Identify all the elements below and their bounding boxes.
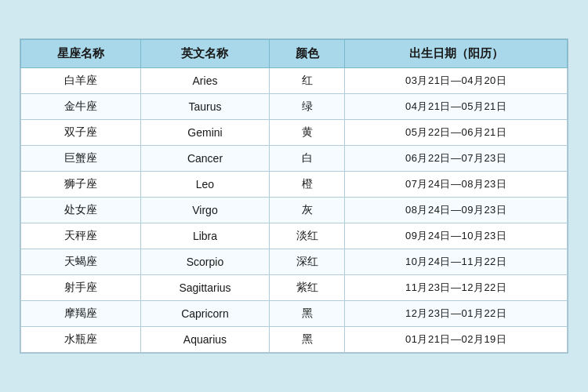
table-row: 金牛座Taurus绿04月21日—05月21日: [21, 94, 568, 120]
cell-color: 红: [270, 68, 345, 94]
table-row: 狮子座Leo橙07月24日—08月23日: [21, 172, 568, 198]
table-row: 处女座Virgo灰08月24日—09月23日: [21, 198, 568, 223]
cell-dates: 03月21日—04月20日: [345, 68, 568, 94]
cell-dates: 11月23日—12月22日: [345, 275, 568, 301]
cell-chinese-name: 射手座: [21, 275, 141, 301]
cell-color: 黄: [270, 120, 345, 146]
cell-dates: 06月22日—07月23日: [345, 146, 568, 172]
cell-dates: 01月21日—02月19日: [345, 327, 568, 353]
cell-english-name: Aquarius: [140, 327, 269, 353]
cell-chinese-name: 巨蟹座: [21, 146, 141, 172]
cell-color: 紫红: [270, 275, 345, 301]
table-row: 天秤座Libra淡红09月24日—10月23日: [21, 223, 568, 249]
cell-chinese-name: 水瓶座: [21, 327, 141, 353]
cell-dates: 08月24日—09月23日: [345, 198, 568, 223]
cell-chinese-name: 天蝎座: [21, 249, 141, 275]
zodiac-table: 星座名称 英文名称 颜色 出生日期（阳历） 白羊座Aries红03月21日—04…: [20, 39, 568, 353]
table-row: 双子座Gemini黄05月22日—06月21日: [21, 120, 568, 146]
cell-dates: 10月24日—11月22日: [345, 249, 568, 275]
cell-dates: 05月22日—06月21日: [345, 120, 568, 146]
cell-english-name: Capricorn: [140, 301, 269, 327]
cell-chinese-name: 处女座: [21, 198, 141, 223]
cell-chinese-name: 金牛座: [21, 94, 141, 120]
cell-english-name: Virgo: [140, 198, 269, 223]
cell-color: 白: [270, 146, 345, 172]
header-english-name: 英文名称: [140, 40, 269, 68]
table-row: 摩羯座Capricorn黑12月23日—01月22日: [21, 301, 568, 327]
cell-english-name: Scorpio: [140, 249, 269, 275]
cell-dates: 04月21日—05月21日: [345, 94, 568, 120]
cell-color: 绿: [270, 94, 345, 120]
header-color: 颜色: [270, 40, 345, 68]
cell-chinese-name: 狮子座: [21, 172, 141, 198]
cell-english-name: Libra: [140, 223, 269, 249]
cell-color: 黑: [270, 327, 345, 353]
cell-color: 灰: [270, 198, 345, 223]
cell-dates: 09月24日—10月23日: [345, 223, 568, 249]
cell-english-name: Taurus: [140, 94, 269, 120]
table-row: 水瓶座Aquarius黑01月21日—02月19日: [21, 327, 568, 353]
cell-english-name: Sagittarius: [140, 275, 269, 301]
cell-color: 淡红: [270, 223, 345, 249]
cell-english-name: Aries: [140, 68, 269, 94]
table-row: 白羊座Aries红03月21日—04月20日: [21, 68, 568, 94]
cell-dates: 07月24日—08月23日: [345, 172, 568, 198]
cell-chinese-name: 天秤座: [21, 223, 141, 249]
cell-english-name: Leo: [140, 172, 269, 198]
header-birthdate: 出生日期（阳历）: [345, 40, 568, 68]
cell-color: 黑: [270, 301, 345, 327]
table-row: 天蝎座Scorpio深红10月24日—11月22日: [21, 249, 568, 275]
cell-color: 深红: [270, 249, 345, 275]
table-body: 白羊座Aries红03月21日—04月20日金牛座Taurus绿04月21日—0…: [21, 68, 568, 353]
cell-dates: 12月23日—01月22日: [345, 301, 568, 327]
cell-chinese-name: 双子座: [21, 120, 141, 146]
cell-chinese-name: 白羊座: [21, 68, 141, 94]
cell-english-name: Cancer: [140, 146, 269, 172]
table-header-row: 星座名称 英文名称 颜色 出生日期（阳历）: [21, 40, 568, 68]
table-row: 射手座Sagittarius紫红11月23日—12月22日: [21, 275, 568, 301]
table-row: 巨蟹座Cancer白06月22日—07月23日: [21, 146, 568, 172]
cell-color: 橙: [270, 172, 345, 198]
zodiac-table-container: 星座名称 英文名称 颜色 出生日期（阳历） 白羊座Aries红03月21日—04…: [20, 38, 568, 354]
cell-chinese-name: 摩羯座: [21, 301, 141, 327]
cell-english-name: Gemini: [140, 120, 269, 146]
header-chinese-name: 星座名称: [21, 40, 141, 68]
